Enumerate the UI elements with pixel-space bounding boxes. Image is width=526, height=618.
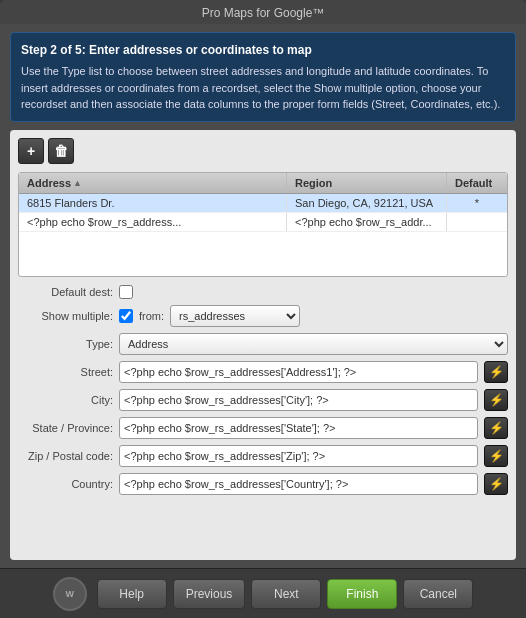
type-label: Type:: [18, 338, 113, 350]
city-row: City: ⚡: [18, 389, 508, 411]
country-label: Country:: [18, 478, 113, 490]
title-bar: Pro Maps for Google™: [0, 0, 526, 24]
window-title: Pro Maps for Google™: [202, 6, 325, 20]
table-row[interactable]: <?php echo $row_rs_address... <?php echo…: [19, 213, 507, 232]
type-row: Type: Address: [18, 333, 508, 355]
city-input[interactable]: [119, 389, 478, 411]
state-input[interactable]: [119, 417, 478, 439]
cell-address-1: 6815 Flanders Dr.: [19, 194, 287, 212]
table-header: Address ▲ Region Default: [19, 173, 507, 194]
default-dest-label: Default dest:: [18, 286, 113, 298]
show-multiple-label: Show multiple:: [18, 310, 113, 322]
next-button[interactable]: Next: [251, 579, 321, 609]
step-title: Step 2 of 5: Enter addresses or coordina…: [21, 41, 505, 59]
flash-icon: ⚡: [489, 393, 504, 407]
delete-button[interactable]: 🗑: [48, 138, 74, 164]
previous-button[interactable]: Previous: [173, 579, 246, 609]
city-flash-button[interactable]: ⚡: [484, 389, 508, 411]
state-row: State / Province: ⚡: [18, 417, 508, 439]
street-row: Street: ⚡: [18, 361, 508, 383]
logo: W: [53, 577, 87, 611]
help-button[interactable]: Help: [97, 579, 167, 609]
toolbar: + 🗑: [18, 138, 508, 164]
cell-region-1: San Diego, CA, 92121, USA: [287, 194, 447, 212]
flash-icon: ⚡: [489, 365, 504, 379]
default-dest-row: Default dest:: [18, 285, 508, 299]
default-dest-checkbox[interactable]: [119, 285, 133, 299]
add-button[interactable]: +: [18, 138, 44, 164]
state-label: State / Province:: [18, 422, 113, 434]
address-table: Address ▲ Region Default 6815 Flanders D…: [18, 172, 508, 277]
zip-label: Zip / Postal code:: [18, 450, 113, 462]
main-panel: + 🗑 Address ▲ Region Default: [10, 130, 516, 561]
main-window: Pro Maps for Google™ Step 2 of 5: Enter …: [0, 0, 526, 618]
show-multiple-checkbox[interactable]: [119, 309, 133, 323]
step-description: Use the Type list to choose between stre…: [21, 63, 505, 113]
flash-icon: ⚡: [489, 449, 504, 463]
flash-icon: ⚡: [489, 477, 504, 491]
table-body: 6815 Flanders Dr. San Diego, CA, 92121, …: [19, 194, 507, 274]
form-section: Default dest: Show multiple: from: rs_ad…: [18, 285, 508, 495]
city-label: City:: [18, 394, 113, 406]
footer-bar: W Help Previous Next Finish Cancel: [0, 568, 526, 618]
table-row[interactable]: 6815 Flanders Dr. San Diego, CA, 92121, …: [19, 194, 507, 213]
col-address: Address ▲: [19, 173, 287, 193]
zip-flash-button[interactable]: ⚡: [484, 445, 508, 467]
state-flash-button[interactable]: ⚡: [484, 417, 508, 439]
flash-icon: ⚡: [489, 421, 504, 435]
content-area: Step 2 of 5: Enter addresses or coordina…: [0, 24, 526, 568]
country-flash-button[interactable]: ⚡: [484, 473, 508, 495]
street-flash-button[interactable]: ⚡: [484, 361, 508, 383]
zip-input[interactable]: [119, 445, 478, 467]
cell-region-2: <?php echo $row_rs_addr...: [287, 213, 447, 231]
cell-default-2: [447, 213, 507, 231]
cell-default-1: *: [447, 194, 507, 212]
street-label: Street:: [18, 366, 113, 378]
type-select[interactable]: Address: [119, 333, 508, 355]
street-input[interactable]: [119, 361, 478, 383]
cancel-button[interactable]: Cancel: [403, 579, 473, 609]
sort-icon: ▲: [73, 178, 82, 188]
col-region: Region: [287, 173, 447, 193]
col-default: Default: [447, 173, 507, 193]
country-input[interactable]: [119, 473, 478, 495]
logo-text: W: [65, 589, 74, 599]
from-text: from:: [139, 310, 164, 322]
cell-address-2: <?php echo $row_rs_address...: [19, 213, 287, 231]
show-multiple-row: Show multiple: from: rs_addresses: [18, 305, 508, 327]
finish-button[interactable]: Finish: [327, 579, 397, 609]
step-instructions: Step 2 of 5: Enter addresses or coordina…: [10, 32, 516, 122]
country-row: Country: ⚡: [18, 473, 508, 495]
from-select[interactable]: rs_addresses: [170, 305, 300, 327]
zip-row: Zip / Postal code: ⚡: [18, 445, 508, 467]
